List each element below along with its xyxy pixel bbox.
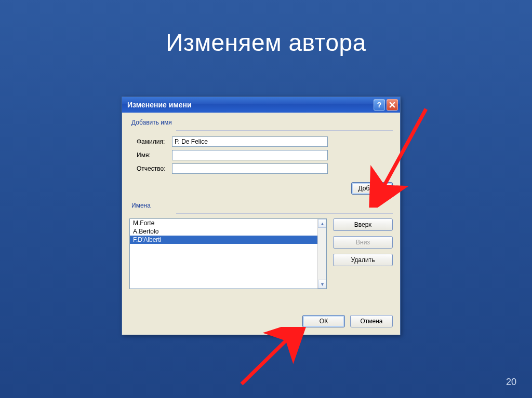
input-firstname[interactable] <box>172 150 328 160</box>
list-item[interactable]: M.Forte <box>130 219 317 227</box>
close-button[interactable] <box>387 99 398 111</box>
scrollbar[interactable]: ▴ ▾ <box>317 219 326 289</box>
group-add-legend: Добавить имя <box>131 119 174 126</box>
slide-title: Изменяем автора <box>0 29 532 57</box>
input-middlename[interactable] <box>172 163 328 174</box>
dialog-client: Добавить имя Фамилия: Имя: Отчество: Доб… <box>122 113 400 335</box>
add-button-row: Добавить <box>129 177 393 197</box>
group-names-legend: Имена <box>131 202 153 209</box>
group-names: Имена M.ForteA.BertoloF.D'Alberti ▴ ▾ Вв… <box>129 202 393 289</box>
row-firstname: Имя: <box>129 150 393 160</box>
group-add-name: Добавить имя Фамилия: Имя: Отчество: Доб… <box>129 119 393 197</box>
cancel-button[interactable]: Отмена <box>350 315 393 327</box>
titlebar[interactable]: Изменение имени ? <box>122 97 400 113</box>
delete-button[interactable]: Удалить <box>333 254 393 266</box>
slide-number: 20 <box>506 377 516 388</box>
dialog-actions: ОК Отмена <box>302 315 393 327</box>
close-icon <box>389 102 395 108</box>
dialog-window: Изменение имени ? Добавить имя Фамилия: … <box>122 97 401 335</box>
label-middlename: Отчество: <box>129 165 172 172</box>
label-firstname: Имя: <box>129 152 172 159</box>
list-item[interactable]: F.D'Alberti <box>130 236 317 244</box>
scroll-up-button[interactable]: ▴ <box>318 219 326 228</box>
row-surname: Фамилия: <box>129 136 393 147</box>
names-area: M.ForteA.BertoloF.D'Alberti ▴ ▾ Вверх Вн… <box>129 218 393 289</box>
slide: Изменяем автора Изменение имени ? Добави… <box>0 0 532 398</box>
list-side-buttons: Вверх Вниз Удалить <box>333 218 393 289</box>
up-button[interactable]: Вверх <box>333 218 393 231</box>
help-button[interactable]: ? <box>374 99 385 111</box>
down-button[interactable]: Вниз <box>333 236 393 249</box>
list-item[interactable]: A.Bertolo <box>130 227 317 236</box>
add-button[interactable]: Добавить <box>351 182 393 195</box>
annotation-arrow-ok <box>234 327 317 389</box>
input-surname[interactable] <box>172 136 328 147</box>
scroll-down-button[interactable]: ▾ <box>318 280 326 289</box>
dialog-title: Изменение имени <box>127 101 372 109</box>
names-list-inner: M.ForteA.BertoloF.D'Alberti <box>130 219 317 289</box>
svg-line-1 <box>242 333 294 384</box>
ok-button[interactable]: ОК <box>302 315 345 327</box>
row-middlename: Отчество: <box>129 163 393 174</box>
scroll-track[interactable] <box>318 228 326 280</box>
label-surname: Фамилия: <box>129 138 172 145</box>
names-listbox[interactable]: M.ForteA.BertoloF.D'Alberti ▴ ▾ <box>129 218 327 289</box>
